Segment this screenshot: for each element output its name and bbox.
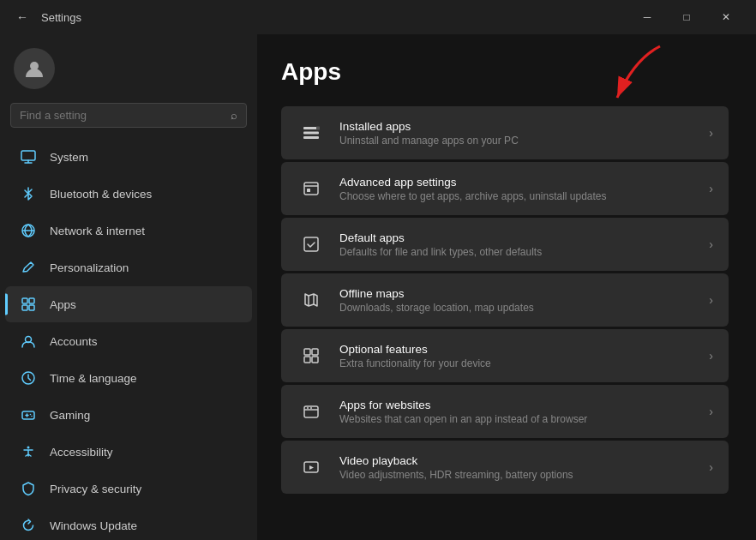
minimize-icon: ─	[644, 11, 651, 23]
default-apps-icon	[297, 230, 326, 259]
sidebar-item-label: Gaming	[50, 409, 238, 422]
sidebar-item-label: Privacy & security	[50, 483, 238, 495]
svg-rect-7	[29, 305, 34, 310]
chevron-right-icon: ›	[709, 237, 713, 251]
sidebar-item-accessibility[interactable]: Accessibility	[5, 434, 252, 470]
sidebar-item-apps[interactable]: Apps	[5, 286, 252, 322]
settings-item-default-apps[interactable]: Default apps Defaults for file and link …	[281, 218, 729, 271]
svg-rect-28	[312, 349, 318, 355]
search-icon: ⌕	[231, 109, 237, 122]
sidebar-item-personalization[interactable]: Personalization	[5, 249, 252, 285]
svg-rect-4	[22, 298, 27, 303]
item-desc-offline-maps: Downloads, storage location, map updates	[339, 302, 695, 314]
back-icon: ←	[16, 10, 28, 24]
svg-rect-27	[304, 349, 310, 355]
item-desc-advanced-app-settings: Choose where to get apps, archive apps, …	[339, 190, 695, 202]
installed-apps-icon	[297, 118, 326, 147]
apps-icon	[19, 295, 38, 314]
svg-rect-19	[316, 127, 320, 130]
item-title-default-apps: Default apps	[339, 231, 695, 244]
svg-rect-17	[303, 132, 319, 135]
maximize-icon: □	[683, 11, 689, 23]
search-input[interactable]	[20, 109, 224, 122]
svg-rect-23	[307, 189, 310, 192]
settings-item-advanced-app-settings[interactable]: Advanced app settings Choose where to ge…	[281, 162, 729, 215]
bluetooth-icon	[19, 184, 38, 203]
search-container: ⌕	[0, 99, 257, 138]
settings-item-installed-apps[interactable]: Installed apps Uninstall and manage apps…	[281, 106, 729, 159]
sidebar-item-label: System	[50, 151, 238, 164]
item-title-optional-features: Optional features	[339, 343, 695, 356]
svg-rect-5	[29, 298, 34, 303]
svg-rect-30	[312, 357, 318, 363]
settings-item-apps-for-websites[interactable]: Apps for websites Websites that can open…	[281, 385, 729, 438]
item-desc-installed-apps: Uninstall and manage apps on your PC	[339, 135, 695, 147]
sidebar-item-label: Personalization	[50, 261, 238, 274]
sidebar-item-accounts[interactable]: Accounts	[5, 323, 252, 359]
sidebar-item-label: Bluetooth & devices	[50, 188, 238, 201]
svg-rect-18	[303, 136, 319, 139]
sidebar-item-label: Accessibility	[50, 446, 238, 459]
svg-rect-29	[304, 357, 310, 363]
svg-point-14	[31, 416, 33, 417]
chevron-right-icon: ›	[709, 126, 713, 140]
item-title-video-playback: Video playback	[339, 454, 695, 467]
settings-item-optional-features[interactable]: Optional features Extra functionality fo…	[281, 329, 729, 382]
svg-rect-24	[304, 237, 318, 251]
item-desc-video-playback: Video adjustments, HDR streaming, batter…	[339, 469, 695, 481]
gaming-icon	[19, 405, 38, 424]
user-profile	[0, 34, 257, 99]
sidebar: ⌕ System Bluetooth & devices Network & i…	[0, 34, 257, 540]
item-desc-apps-for-websites: Websites that can open in an app instead…	[339, 413, 695, 425]
window-controls: ─ □ ✕	[627, 3, 746, 31]
back-button[interactable]: ←	[10, 5, 34, 29]
accessibility-icon	[19, 442, 38, 461]
settings-item-offline-maps[interactable]: Offline maps Downloads, storage location…	[281, 273, 729, 327]
time-icon	[19, 369, 38, 387]
personalization-icon	[19, 258, 38, 277]
item-title-offline-maps: Offline maps	[339, 287, 695, 300]
sidebar-item-privacy[interactable]: Privacy & security	[5, 471, 252, 507]
svg-point-15	[27, 447, 30, 449]
svg-rect-6	[22, 305, 27, 310]
sidebar-item-network[interactable]: Network & internet	[5, 213, 252, 249]
offline-maps-icon	[297, 285, 326, 315]
chevron-right-icon: ›	[709, 293, 713, 307]
svg-rect-1	[21, 151, 35, 160]
avatar	[14, 48, 55, 89]
advanced-app-settings-icon	[297, 174, 326, 203]
sidebar-item-label: Time & language	[50, 372, 238, 385]
search-box[interactable]: ⌕	[10, 103, 247, 128]
sidebar-item-label: Accounts	[50, 335, 238, 348]
item-title-advanced-app-settings: Advanced app settings	[339, 176, 695, 189]
close-button[interactable]: ✕	[706, 3, 746, 31]
settings-item-video-playback[interactable]: Video playback Video adjustments, HDR st…	[281, 441, 729, 494]
svg-point-34	[310, 407, 312, 409]
chevron-right-icon: ›	[709, 349, 713, 363]
network-icon	[19, 221, 38, 240]
sidebar-item-update[interactable]: Windows Update	[5, 507, 252, 540]
item-desc-default-apps: Defaults for file and link types, other …	[339, 246, 695, 258]
item-title-apps-for-websites: Apps for websites	[339, 399, 695, 411]
apps-for-websites-icon	[297, 397, 326, 426]
video-playback-icon	[297, 453, 326, 482]
sidebar-item-system[interactable]: System	[5, 139, 252, 175]
sidebar-item-time[interactable]: Time & language	[5, 360, 252, 396]
sidebar-nav: System Bluetooth & devices Network & int…	[0, 138, 257, 540]
item-title-installed-apps: Installed apps	[339, 120, 695, 133]
minimize-button[interactable]: ─	[627, 3, 667, 31]
close-icon: ✕	[722, 11, 730, 23]
accounts-icon	[19, 332, 38, 351]
sidebar-item-label: Windows Update	[50, 519, 238, 532]
svg-point-33	[307, 407, 309, 409]
chevron-right-icon: ›	[709, 405, 713, 418]
sidebar-item-bluetooth[interactable]: Bluetooth & devices	[5, 176, 252, 212]
titlebar-title: Settings	[41, 11, 627, 24]
chevron-right-icon: ›	[709, 460, 713, 474]
sidebar-item-gaming[interactable]: Gaming	[5, 397, 252, 433]
main-panel: Apps Installed apps Uninstall and manage…	[257, 34, 756, 540]
update-icon	[19, 516, 38, 535]
privacy-icon	[19, 479, 38, 498]
maximize-button[interactable]: □	[667, 3, 706, 31]
item-desc-optional-features: Extra functionality for your device	[339, 357, 695, 369]
